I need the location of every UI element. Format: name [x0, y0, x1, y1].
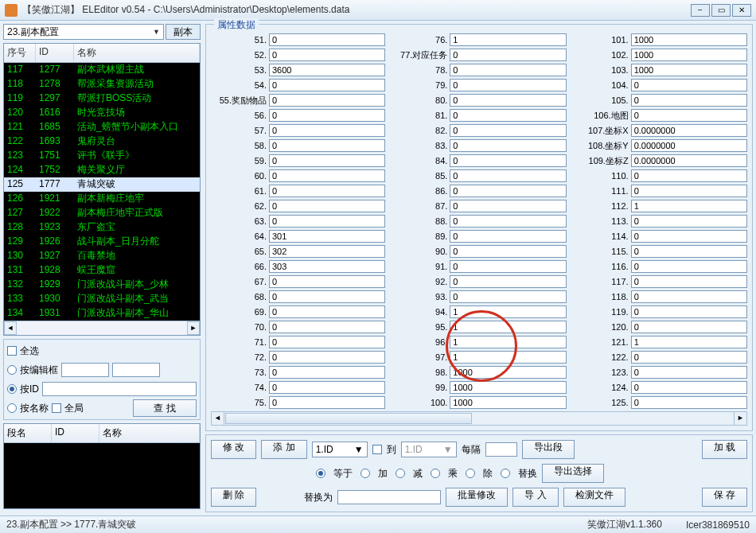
save-button[interactable]: 保 存: [702, 488, 747, 507]
prop-value-input[interactable]: 0: [631, 275, 747, 288]
global-checkbox[interactable]: [52, 403, 61, 413]
prop-value-input[interactable]: 0: [269, 381, 385, 394]
list-row[interactable]: 1321929门派改战斗副本_少林: [4, 278, 200, 292]
prop-value-input[interactable]: 0: [450, 79, 566, 91]
list-row[interactable]: 1251777青城突破: [4, 177, 200, 192]
list-row[interactable]: 1221693鬼府灵台: [4, 134, 200, 149]
list-row[interactable]: 1341931门派改战斗副本_华山: [4, 306, 200, 321]
id-input[interactable]: [42, 382, 197, 396]
add-button[interactable]: 添 加: [261, 440, 306, 459]
prop-value-input[interactable]: 0: [269, 124, 385, 137]
prop-value-input[interactable]: 0: [631, 230, 747, 243]
modify-button[interactable]: 修 改: [211, 440, 256, 459]
minus-radio[interactable]: [396, 469, 405, 478]
plus-radio[interactable]: [360, 469, 370, 478]
prop-value-input[interactable]: 1000: [631, 49, 747, 61]
prop-value-input[interactable]: 0: [450, 215, 566, 228]
prop-value-input[interactable]: 1: [450, 305, 566, 318]
prop-value-input[interactable]: 0: [450, 154, 566, 167]
prop-value-input[interactable]: 1000: [631, 64, 747, 76]
to-checkbox[interactable]: [372, 445, 382, 454]
prop-value-input[interactable]: 0: [269, 215, 385, 228]
list-row[interactable]: 1201616时光竞技场: [4, 106, 200, 120]
prop-value-input[interactable]: 0: [269, 139, 385, 152]
load-button[interactable]: 加 载: [702, 440, 747, 459]
prop-value-input[interactable]: 0: [269, 366, 385, 379]
list-row[interactable]: 1231751评书《联手》: [4, 149, 200, 163]
prop-value-input[interactable]: 0: [631, 366, 747, 379]
prop-value-input[interactable]: 0: [269, 396, 385, 409]
prop-value-input[interactable]: 0: [269, 169, 385, 182]
prop-value-input[interactable]: 0: [269, 336, 385, 348]
prop-value-input[interactable]: 0: [269, 109, 385, 122]
prop-value-input[interactable]: 0: [631, 305, 747, 318]
list-row[interactable]: 1311928蜈王魔窟: [4, 263, 200, 278]
prop-value-input[interactable]: 0: [631, 245, 747, 258]
prop-value-input[interactable]: 0: [269, 154, 385, 167]
category-button[interactable]: 副本: [166, 24, 201, 40]
prop-value-input[interactable]: 0: [450, 200, 566, 212]
prop-value-input[interactable]: 0: [631, 109, 747, 122]
by-name-radio[interactable]: [7, 403, 17, 413]
list-row[interactable]: 1331930门派改战斗副本_武当: [4, 292, 200, 306]
replace-radio[interactable]: [501, 469, 510, 478]
scroll-right-icon[interactable]: ►: [734, 412, 746, 425]
prop-value-input[interactable]: 1: [450, 33, 566, 46]
find-button[interactable]: 查 找: [133, 399, 197, 417]
prop-value-input[interactable]: 0: [631, 169, 747, 182]
close-button[interactable]: ✕: [732, 4, 751, 17]
maximize-button[interactable]: ▭: [711, 4, 731, 17]
list-row[interactable]: 1301927百毒禁地: [4, 249, 200, 263]
prop-value-input[interactable]: 0: [450, 245, 566, 258]
prop-value-input[interactable]: 0: [631, 321, 747, 333]
prop-value-input[interactable]: 1000: [450, 381, 566, 394]
prop-value-input[interactable]: 0: [631, 381, 747, 394]
list-row[interactable]: 1241752梅关聚义厅: [4, 163, 200, 177]
prop-value-input[interactable]: 0: [450, 260, 566, 273]
prop-value-input[interactable]: 0: [631, 260, 747, 273]
prop-value-input[interactable]: 0: [631, 351, 747, 364]
prop-value-input[interactable]: 0.0000000: [631, 154, 747, 167]
check-file-button[interactable]: 检测文件: [563, 488, 625, 507]
prop-value-input[interactable]: 0: [631, 396, 747, 409]
list-row[interactable]: 1171277副本武林盟主战: [4, 63, 200, 77]
prop-value-input[interactable]: 0: [269, 200, 385, 212]
export-sel-button[interactable]: 导出选择: [542, 464, 604, 483]
scroll-thumb[interactable]: [225, 413, 472, 424]
prop-value-input[interactable]: 1: [450, 351, 566, 364]
prop-value-input[interactable]: 0: [631, 94, 747, 107]
prop-value-input[interactable]: 0: [450, 139, 566, 152]
prop-value-input[interactable]: 0: [269, 351, 385, 364]
prop-value-input[interactable]: 0: [269, 79, 385, 91]
list-row[interactable]: 1211685活动_螃蟹节小副本入口: [4, 120, 200, 134]
seg-name-col[interactable]: 名称: [99, 424, 200, 442]
prop-value-input[interactable]: 0: [450, 124, 566, 137]
prop-value-input[interactable]: 0: [269, 305, 385, 318]
prop-value-input[interactable]: 0: [631, 185, 747, 197]
prop-value-input[interactable]: 0: [269, 94, 385, 107]
prop-value-input[interactable]: 0.0000000: [631, 124, 747, 137]
box-input-1[interactable]: [61, 363, 109, 377]
prop-value-input[interactable]: 0: [269, 321, 385, 333]
eq-radio[interactable]: [316, 469, 325, 478]
prop-value-input[interactable]: 0: [631, 79, 747, 91]
delete-button[interactable]: 删 除: [211, 488, 256, 507]
list-row[interactable]: 1191297帮派打BOSS活动: [4, 91, 200, 106]
list-row[interactable]: 1281923东厂盗宝: [4, 220, 200, 235]
replace-input[interactable]: [337, 490, 441, 504]
mul-radio[interactable]: [431, 469, 440, 478]
by-box-radio[interactable]: [7, 365, 17, 375]
col-id-header[interactable]: ID: [36, 44, 74, 62]
props-hscroll[interactable]: ◄ ►: [211, 411, 747, 426]
prop-value-input[interactable]: 0: [269, 33, 385, 46]
select-all-checkbox[interactable]: [7, 346, 17, 356]
batch-modify-button[interactable]: 批量修改: [446, 488, 508, 507]
prop-value-input[interactable]: 3600: [269, 64, 385, 76]
list-hscroll[interactable]: ◄ ►: [4, 321, 200, 335]
list-row[interactable]: 1291926战斗副本_日月分舵: [4, 235, 200, 249]
prop-value-input[interactable]: 1: [450, 321, 566, 333]
prop-value-input[interactable]: 1000: [450, 396, 566, 409]
every-input[interactable]: [485, 442, 517, 457]
seg-col[interactable]: 段名: [4, 424, 52, 442]
export-seg-button[interactable]: 导出段: [522, 440, 575, 459]
